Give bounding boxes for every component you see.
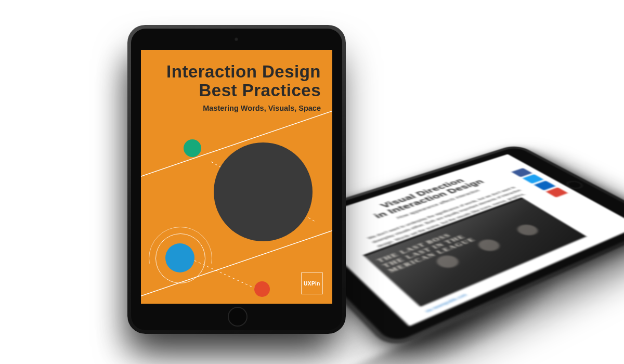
- brand-label: UXPin: [304, 281, 320, 287]
- cover-subtitle: Mastering Words, Visuals, Space: [141, 104, 321, 112]
- stage: Visual Direction in Interaction Design H…: [0, 0, 624, 364]
- cover-green-dot: [184, 139, 201, 157]
- cover-red-dot: [254, 281, 270, 297]
- cover-large-circle: [214, 142, 313, 241]
- cover-title-line1: Interaction Design: [166, 62, 321, 81]
- camera-icon: [235, 37, 238, 41]
- ipad-front: Interaction Design Best Practices Master…: [127, 25, 346, 334]
- cover-blue-dot: [165, 243, 194, 272]
- home-button-icon: [228, 307, 248, 327]
- cover-title: Interaction Design Best Practices: [141, 62, 321, 99]
- cover-title-line2: Best Practices: [199, 81, 321, 100]
- photo-caption-l3: MERICAN LEAGUE: [386, 237, 477, 274]
- google-plus-icon[interactable]: [546, 187, 568, 198]
- brand-badge: UXPin: [301, 272, 323, 294]
- ebook-cover: Interaction Design Best Practices Master…: [141, 50, 332, 304]
